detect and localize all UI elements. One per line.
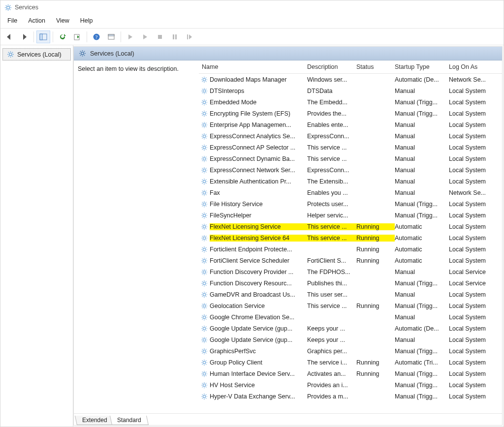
service-row[interactable]: ExpressConnect AP Selector ...This servi…: [199, 142, 502, 153]
column-header-logon[interactable]: Log On As: [449, 63, 502, 70]
service-logon: Local System: [449, 144, 502, 151]
service-startup-type: Manual: [395, 144, 449, 151]
service-startup-type: Manual: [395, 189, 449, 196]
service-startup-type: Manual: [395, 314, 449, 321]
service-name: ExpressConnect Network Ser...: [210, 167, 307, 174]
svg-point-38: [203, 350, 205, 352]
service-row[interactable]: Function Discovery Provider ...The FDPHO…: [199, 266, 502, 277]
help-button[interactable]: ?: [90, 30, 103, 43]
pause-service-button[interactable]: [168, 30, 182, 43]
tab-standard[interactable]: Standard: [110, 416, 149, 425]
restart-service-button[interactable]: [183, 30, 196, 43]
start-service-button[interactable]: [124, 30, 137, 43]
back-button[interactable]: [2, 30, 16, 43]
export-list-button[interactable]: [70, 30, 84, 43]
service-row[interactable]: FlexNet Licensing ServiceThis service ..…: [199, 221, 502, 232]
pane-body: Select an item to view its description. …: [74, 61, 502, 413]
svg-point-12: [9, 53, 12, 56]
service-row[interactable]: Google Update Service (gup...Keeps your …: [199, 334, 502, 345]
svg-text:?: ?: [95, 34, 98, 40]
show-hide-tree-button[interactable]: [36, 30, 50, 43]
service-name: Forticlient Endpoint Protecte...: [210, 246, 307, 253]
service-name: HV Host Service: [210, 382, 307, 389]
column-header-startup[interactable]: Startup Type: [395, 63, 449, 70]
service-row[interactable]: Google Update Service (gup...Keeps your …: [199, 323, 502, 334]
service-row[interactable]: HV Host ServiceProvides an i...Manual (T…: [199, 379, 502, 391]
gear-icon: [201, 110, 210, 117]
service-description: DTSData: [307, 88, 356, 94]
service-row[interactable]: ExpressConnect Network Ser...ExpressConn…: [199, 164, 502, 176]
gear-icon: [201, 133, 210, 140]
properties-button[interactable]: [104, 30, 118, 43]
svg-point-25: [203, 203, 205, 205]
service-description: Helper servic...: [307, 212, 356, 219]
service-row[interactable]: Embedded ModeThe Embedd...Manual (Trigg.…: [199, 96, 502, 108]
service-row[interactable]: FortiClient Service SchedulerFortiClient…: [199, 255, 502, 266]
service-row[interactable]: Google Chrome Elevation Se...ManualLocal…: [199, 311, 502, 323]
service-row[interactable]: Hyper-V Data Exchange Serv...Provides a …: [199, 391, 502, 402]
service-row[interactable]: Group Policy ClientThe service i...Runni…: [199, 357, 502, 368]
service-row[interactable]: FaxEnables you ...ManualNetwork Se...: [199, 187, 502, 198]
column-header-description[interactable]: Description: [307, 63, 356, 70]
service-row[interactable]: Function Discovery Resourc...Publishes t…: [199, 277, 502, 289]
service-name: Geolocation Service: [210, 303, 307, 309]
service-name: ExpressConnect AP Selector ...: [210, 144, 307, 151]
service-row[interactable]: Geolocation ServiceThis service ...Runni…: [199, 300, 502, 311]
service-logon: Local System: [449, 325, 502, 332]
service-startup-type: Manual: [395, 291, 449, 298]
service-row[interactable]: GraphicsPerfSvcGraphics per...Manual (Tr…: [199, 345, 502, 357]
svg-point-21: [203, 157, 205, 160]
service-logon: Local System: [449, 303, 502, 309]
svg-point-28: [203, 237, 205, 239]
service-row[interactable]: Encrypting File System (EFS)Provides the…: [199, 108, 502, 119]
menu-help[interactable]: Help: [75, 15, 98, 26]
service-row[interactable]: Extensible Authentication Pr...The Exten…: [199, 176, 502, 187]
service-row[interactable]: ExpressConnect Analytics Se...ExpressCon…: [199, 130, 502, 142]
service-name: Function Discovery Resourc...: [210, 280, 307, 287]
column-header-status[interactable]: Status: [356, 63, 395, 70]
service-row[interactable]: FileSyncHelperHelper servic...Manual (Tr…: [199, 210, 502, 221]
svg-point-0: [7, 6, 10, 9]
svg-point-35: [203, 316, 205, 318]
titlebar: Services: [0, 0, 504, 14]
service-row[interactable]: File History ServiceProtects user...Manu…: [199, 198, 502, 210]
start-service-button-2[interactable]: [138, 30, 152, 43]
svg-point-13: [81, 52, 84, 55]
tab-extended[interactable]: Extended: [75, 416, 115, 425]
service-row[interactable]: GameDVR and Broadcast Us...This user ser…: [199, 289, 502, 300]
service-description: Activates an...: [307, 370, 356, 377]
service-row[interactable]: Forticlient Endpoint Protecte...RunningA…: [199, 244, 502, 255]
service-logon: Local System: [449, 133, 502, 140]
gear-icon: [201, 359, 210, 366]
service-row[interactable]: Downloaded Maps ManagerWindows ser...Aut…: [199, 74, 502, 85]
service-name: Downloaded Maps Manager: [210, 76, 307, 83]
forward-button[interactable]: [17, 30, 31, 43]
refresh-button[interactable]: [56, 30, 69, 43]
service-row[interactable]: ExpressConnect Dynamic Ba...This service…: [199, 153, 502, 164]
gear-icon: [201, 336, 210, 343]
service-logon: Local Service: [449, 280, 502, 287]
column-header-name[interactable]: Name: [201, 63, 307, 70]
service-logon: Local Service: [449, 269, 502, 275]
menu-file[interactable]: File: [2, 15, 22, 26]
service-row[interactable]: FlexNet Licensing Service 64This service…: [199, 232, 502, 244]
gear-icon: [201, 144, 210, 151]
nav-root-item[interactable]: Services (Local): [2, 48, 71, 61]
service-logon: Local System: [449, 370, 502, 377]
gear-icon: [201, 122, 210, 128]
service-row[interactable]: DTSInteropsDTSDataManualLocal System: [199, 85, 502, 96]
service-name: GameDVR and Broadcast Us...: [210, 291, 307, 298]
service-description: This service ...: [307, 223, 356, 230]
service-name: Google Update Service (gup...: [210, 336, 307, 343]
menu-action[interactable]: Action: [23, 15, 50, 26]
service-startup-type: Automatic: [395, 235, 449, 242]
service-row[interactable]: Enterprise App Managemen...Enables ente.…: [199, 119, 502, 130]
gear-icon: [7, 51, 14, 58]
services-window: Services File Action View Help ?: [0, 0, 504, 427]
menu-view[interactable]: View: [51, 15, 74, 26]
service-logon: Local System: [449, 257, 502, 264]
gear-icon: [201, 269, 210, 275]
service-row[interactable]: Human Interface Device Serv...Activates …: [199, 368, 502, 379]
toolbar-separator: [33, 31, 34, 42]
stop-service-button[interactable]: [153, 30, 167, 43]
